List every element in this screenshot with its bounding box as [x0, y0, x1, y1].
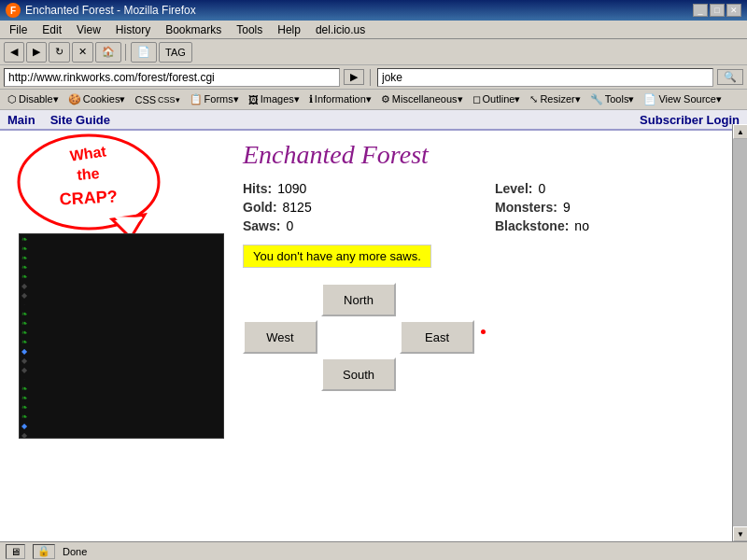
address-input[interactable] — [4, 68, 340, 87]
status-icon-1: 🖥 — [6, 544, 25, 559]
north-button[interactable]: North — [321, 283, 396, 316]
saws-label: Saws: — [243, 218, 280, 233]
south-button[interactable]: South — [321, 357, 396, 391]
scroll-track[interactable] — [733, 139, 747, 526]
hits-label: Hits: — [243, 181, 272, 196]
status-bar: 🖥 🔒 Done — [0, 541, 747, 560]
stop-button[interactable]: ✕ — [72, 42, 93, 63]
gold-value: 8125 — [283, 200, 312, 215]
ext-misc[interactable]: ⚙ Miscellaneous▾ — [377, 92, 467, 106]
title-bar: F Enchanted Forest - Mozilla Firefox _ □… — [0, 0, 747, 21]
menu-tools[interactable]: Tools — [229, 21, 270, 38]
direction-pad: North West East South — [243, 283, 476, 391]
status-text: Done — [63, 546, 87, 557]
blackstone-value: no — [574, 218, 589, 233]
menu-help[interactable]: Help — [270, 21, 308, 38]
nav-left: Main Site Guide — [7, 113, 640, 127]
svg-text:the: the — [77, 165, 100, 183]
monsters-label: Monsters: — [495, 200, 557, 215]
search-separator — [370, 69, 372, 86]
svg-marker-2 — [114, 217, 143, 231]
page-button[interactable]: 📄 — [131, 42, 157, 63]
stat-gold: Gold: 8125 — [243, 200, 476, 215]
hits-value: 1090 — [277, 181, 306, 196]
dir-pad-center — [321, 320, 396, 354]
ext-outline[interactable]: ◻ Outline▾ — [469, 92, 525, 106]
stat-hits: Hits: 1090 — [243, 181, 476, 196]
ext-css[interactable]: CSS CSS▾ — [131, 93, 183, 106]
stat-saws: Saws: 0 — [243, 218, 476, 233]
dir-pad-empty-br — [400, 357, 474, 391]
ext-images[interactable]: 🖼 Images▾ — [245, 92, 303, 106]
menu-file[interactable]: File — [2, 21, 35, 38]
menu-history[interactable]: History — [108, 21, 158, 38]
toolbar-separator — [125, 44, 127, 61]
close-btn[interactable]: ✕ — [726, 4, 741, 17]
svg-text:CRAP?: CRAP? — [59, 187, 118, 208]
nav-site-guide[interactable]: Site Guide — [50, 113, 110, 127]
menu-edit[interactable]: Edit — [35, 21, 69, 38]
red-dot — [481, 329, 486, 334]
ext-info[interactable]: ℹ Information▾ — [305, 92, 375, 106]
menu-bookmarks[interactable]: Bookmarks — [158, 21, 229, 38]
scroll-up-button[interactable]: ▲ — [733, 124, 747, 139]
stat-level: Level: 0 — [495, 181, 728, 196]
dir-pad-empty-bl — [243, 357, 317, 391]
game-title: Enchanted Forest — [243, 140, 728, 170]
ext-cookies[interactable]: 🍪 Cookies▾ — [64, 92, 130, 106]
menu-delicious[interactable]: del.icio.us — [308, 21, 373, 38]
back-button[interactable]: ◀ — [4, 42, 24, 63]
forest-grid: ❧❧❧❧❧◆◆·❧❧❧❧◆◆◆·❧❧❧❧◆◆❧❧❧◆◆·❧❧❧◆◆·❧❧❧◇◆·… — [19, 233, 224, 439]
status-icon-2: 🔒 — [33, 544, 55, 559]
scroll-down-button[interactable]: ▼ — [733, 526, 747, 541]
toolbar: ◀ ▶ ↻ ✕ 🏠 📄 TAG — [0, 39, 747, 65]
stats-grid: Hits: 1090 Level: 0 Gold: 8125 Monsters:… — [243, 181, 728, 233]
ext-viewsource[interactable]: 📄 View Source▾ — [640, 92, 726, 106]
nav-main[interactable]: Main — [7, 113, 35, 127]
nav-subscriber-login[interactable]: Subscriber Login — [640, 113, 740, 127]
window-title: Enchanted Forest - Mozilla Firefox — [25, 4, 196, 17]
speech-bubble: What the CRAP? — [9, 131, 168, 243]
message-box: You don't have any more saws. — [243, 245, 431, 268]
east-button[interactable]: East — [400, 320, 474, 354]
stat-blackstone: Blackstone: no — [495, 218, 728, 233]
menu-bar: File Edit View History Bookmarks Tools H… — [0, 21, 747, 39]
ext-tools[interactable]: 🔧 Tools▾ — [586, 92, 639, 106]
tag-button[interactable]: TAG — [159, 42, 192, 63]
stat-monsters: Monsters: 9 — [495, 200, 728, 215]
refresh-button[interactable]: ↻ — [49, 42, 70, 63]
address-bar: ▶ 🔍 — [0, 65, 747, 90]
ext-forms[interactable]: 📋 Forms▾ — [186, 92, 243, 106]
ext-disable[interactable]: ⬡ Disable▾ — [4, 92, 63, 106]
ext-resizer[interactable]: ⤡ Resizer▾ — [526, 92, 584, 106]
browser-icon: F — [6, 3, 21, 18]
ext-toolbar: ⬡ Disable▾ 🍪 Cookies▾ CSS CSS▾ 📋 Forms▾ … — [0, 90, 747, 110]
level-value: 0 — [538, 181, 545, 196]
minimize-btn[interactable]: _ — [693, 4, 708, 17]
right-panel: Enchanted Forest Hits: 1090 Level: 0 Gol… — [243, 140, 728, 532]
maximize-btn[interactable]: □ — [710, 4, 725, 17]
search-input[interactable] — [377, 68, 713, 87]
west-button[interactable]: West — [243, 320, 317, 354]
blackstone-label: Blackstone: — [495, 218, 569, 233]
menu-view[interactable]: View — [69, 21, 108, 38]
search-button[interactable]: 🔍 — [717, 69, 743, 85]
title-controls: _ □ ✕ — [693, 4, 741, 17]
gold-label: Gold: — [243, 200, 277, 215]
svg-text:What: What — [69, 143, 108, 163]
svg-point-0 — [19, 135, 159, 229]
saws-value: 0 — [286, 218, 293, 233]
home-button[interactable]: 🏠 — [95, 42, 121, 63]
monsters-value: 9 — [563, 200, 571, 215]
forward-button[interactable]: ▶ — [26, 42, 47, 63]
dir-pad-empty-tl — [243, 283, 317, 316]
level-label: Level: — [495, 181, 532, 196]
scrollbar-right: ▲ ▼ — [732, 124, 747, 541]
go-button[interactable]: ▶ — [344, 69, 364, 85]
dir-pad-empty-tr — [400, 283, 474, 316]
left-panel: What the CRAP? ❧❧❧❧❧◆◆·❧❧❧❧◆◆◆·❧❧❧❧◆◆❧❧❧… — [19, 140, 224, 532]
page-nav-bar: Main Site Guide Subscriber Login — [0, 110, 747, 131]
content-area: What the CRAP? ❧❧❧❧❧◆◆·❧❧❧❧◆◆◆·❧❧❧❧◆◆❧❧❧… — [0, 131, 747, 541]
